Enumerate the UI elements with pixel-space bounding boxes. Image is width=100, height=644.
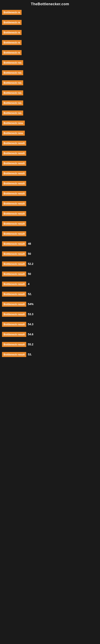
bottleneck-label: Bottleneck result bbox=[2, 141, 26, 146]
list-item: Bottleneck result54.3 bbox=[2, 320, 98, 328]
list-item: Bottleneck result52.2 bbox=[2, 260, 98, 268]
list-item: Bottleneck resu bbox=[2, 129, 98, 137]
list-item: Bottleneck result bbox=[2, 220, 98, 228]
bottleneck-label: Bottleneck result bbox=[2, 241, 26, 246]
bottleneck-value: 50 bbox=[28, 252, 31, 256]
bottleneck-label: Bottleneck res bbox=[2, 80, 23, 85]
list-item: Bottleneck res bbox=[2, 89, 98, 96]
bottleneck-value: 54.6 bbox=[28, 333, 33, 336]
header: TheBottlenecker.com bbox=[0, 0, 100, 7]
list-item: Bottleneck re bbox=[2, 8, 98, 16]
list-item: Bottleneck result54.6 bbox=[2, 330, 98, 338]
bottleneck-label: Bottleneck result bbox=[2, 262, 26, 266]
bottleneck-label: Bottleneck result bbox=[2, 231, 26, 236]
bottleneck-value: 52.2 bbox=[28, 262, 33, 266]
bottleneck-label: Bottleneck result bbox=[2, 302, 26, 307]
bottleneck-label: Bottleneck result bbox=[2, 322, 26, 327]
list-item: Bottleneck result50 bbox=[2, 270, 98, 278]
list-item: Bottleneck res bbox=[2, 79, 98, 86]
list-item: Bottleneck result bbox=[2, 230, 98, 238]
list-item: Bottleneck res bbox=[2, 99, 98, 107]
bottleneck-label: Bottleneck res bbox=[2, 60, 23, 65]
list-item: Bottleneck resu bbox=[2, 119, 98, 127]
results-list: Bottleneck reBottleneck reBottleneck reB… bbox=[0, 7, 100, 360]
bottleneck-label: Bottleneck res bbox=[2, 110, 23, 116]
bottleneck-value: 55.2 bbox=[28, 343, 33, 346]
bottleneck-label: Bottleneck result bbox=[2, 221, 26, 226]
bottleneck-value: 4 bbox=[28, 282, 29, 286]
bottleneck-value: 53. bbox=[28, 353, 32, 356]
bottleneck-value: 48 bbox=[28, 242, 31, 245]
list-item: Bottleneck result bbox=[2, 200, 98, 207]
list-item: Bottleneck result52. bbox=[2, 290, 98, 298]
bottleneck-label: Bottleneck result bbox=[2, 342, 26, 347]
bottleneck-label: Bottleneck res bbox=[2, 70, 23, 75]
list-item: Bottleneck res bbox=[2, 59, 98, 66]
bottleneck-label: Bottleneck re bbox=[2, 50, 22, 55]
bottleneck-label: Bottleneck result bbox=[2, 251, 26, 256]
bottleneck-label: Bottleneck resu bbox=[2, 130, 25, 136]
bottleneck-label: Bottleneck result bbox=[2, 211, 26, 216]
bottleneck-label: Bottleneck result bbox=[2, 151, 26, 156]
bottleneck-label: Bottleneck result bbox=[2, 332, 26, 337]
bottleneck-label: Bottleneck result bbox=[2, 191, 26, 196]
bottleneck-label: Bottleneck re bbox=[2, 40, 22, 45]
bottleneck-label: Bottleneck result bbox=[2, 312, 26, 317]
bottleneck-label: Bottleneck result bbox=[2, 352, 26, 357]
list-item: Bottleneck result55.2 bbox=[2, 340, 98, 348]
list-item: Bottleneck re bbox=[2, 18, 98, 26]
list-item: Bottleneck result bbox=[2, 190, 98, 197]
list-item: Bottleneck result54% bbox=[2, 300, 98, 308]
bottleneck-label: Bottleneck re bbox=[2, 10, 22, 15]
list-item: Bottleneck re bbox=[2, 28, 98, 36]
bottleneck-value: 53.3 bbox=[28, 312, 33, 316]
bottleneck-label: Bottleneck result bbox=[2, 282, 26, 286]
list-item: Bottleneck result50 bbox=[2, 250, 98, 258]
bottleneck-label: Bottleneck result bbox=[2, 272, 26, 276]
bottleneck-label: Bottleneck result bbox=[2, 181, 26, 186]
bottleneck-label: Bottleneck resu bbox=[2, 120, 25, 126]
list-item: Bottleneck result bbox=[2, 210, 98, 217]
bottleneck-label: Bottleneck result bbox=[2, 201, 26, 206]
bottleneck-label: Bottleneck result bbox=[2, 171, 26, 176]
list-item: Bottleneck result48 bbox=[2, 240, 98, 248]
bottleneck-label: Bottleneck re bbox=[2, 20, 22, 25]
list-item: Bottleneck result bbox=[2, 180, 98, 187]
bottleneck-value: 50 bbox=[28, 272, 31, 276]
list-item: Bottleneck result bbox=[2, 160, 98, 167]
bottleneck-value: 54% bbox=[28, 302, 33, 306]
bottleneck-label: Bottleneck res bbox=[2, 100, 23, 106]
list-item: Bottleneck res bbox=[2, 69, 98, 76]
list-item: Bottleneck res bbox=[2, 109, 98, 117]
list-item: Bottleneck re bbox=[2, 49, 98, 56]
list-item: Bottleneck re bbox=[2, 39, 98, 46]
bottleneck-label: Bottleneck result bbox=[2, 161, 26, 166]
list-item: Bottleneck result bbox=[2, 149, 98, 157]
bottleneck-label: Bottleneck res bbox=[2, 90, 23, 96]
bottleneck-label: Bottleneck re bbox=[2, 30, 22, 35]
bottleneck-value: 52. bbox=[28, 292, 32, 296]
site-title: TheBottlenecker.com bbox=[0, 0, 100, 7]
list-item: Bottleneck result bbox=[2, 170, 98, 177]
bottleneck-label: Bottleneck result bbox=[2, 292, 26, 297]
list-item: Bottleneck result53. bbox=[2, 350, 98, 358]
list-item: Bottleneck result4 bbox=[2, 280, 98, 288]
list-item: Bottleneck result53.3 bbox=[2, 310, 98, 318]
bottleneck-value: 54.3 bbox=[28, 322, 33, 326]
list-item: Bottleneck result bbox=[2, 139, 98, 147]
